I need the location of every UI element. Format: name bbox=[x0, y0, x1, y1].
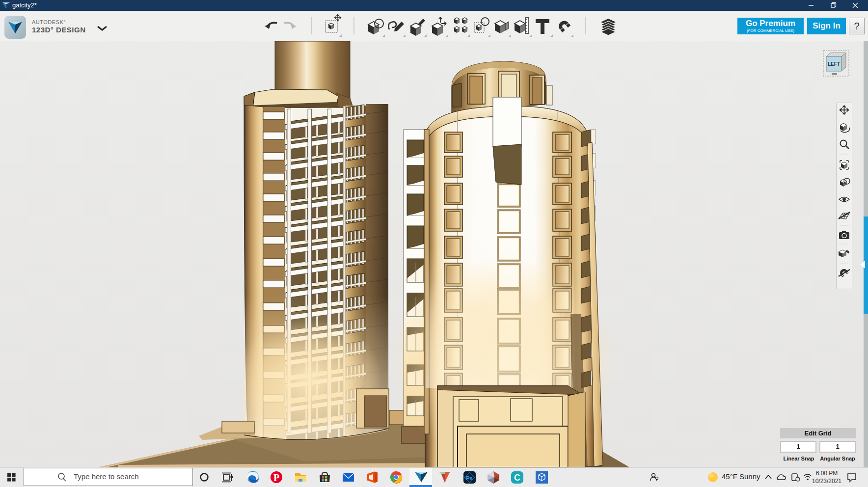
svg-text:C: C bbox=[514, 473, 520, 483]
svg-text:Ps: Ps bbox=[466, 475, 472, 481]
svg-text:LEFT: LEFT bbox=[828, 61, 840, 67]
svg-text:P: P bbox=[273, 472, 279, 483]
